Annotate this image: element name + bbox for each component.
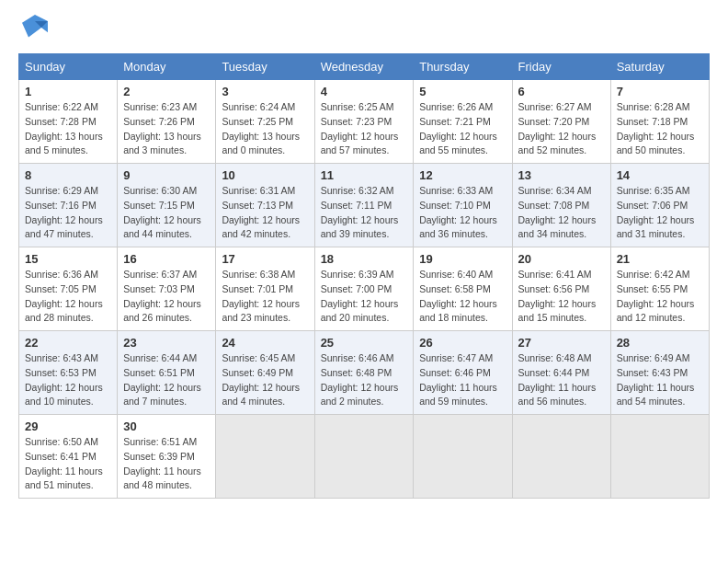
daylight-text: Daylight: 12 hours and 18 minutes. — [419, 297, 506, 327]
day-number: 3 — [222, 85, 308, 98]
day-number: 16 — [123, 252, 210, 266]
day-number: 28 — [617, 336, 703, 350]
calendar-cell: 18Sunrise: 6:39 AMSunset: 7:00 PMDayligh… — [314, 247, 414, 331]
day-detail: Sunrise: 6:41 AMSunset: 6:56 PMDaylight:… — [518, 268, 605, 326]
calendar-week-row: 15Sunrise: 6:36 AMSunset: 7:05 PMDayligh… — [19, 247, 710, 331]
day-number: 23 — [123, 336, 210, 350]
header-day-monday: Monday — [118, 54, 216, 80]
day-detail: Sunrise: 6:32 AMSunset: 7:11 PMDaylight:… — [321, 184, 408, 242]
daylight-text: Daylight: 11 hours and 48 minutes. — [123, 465, 210, 494]
daylight-text: Daylight: 12 hours and 28 minutes. — [25, 297, 111, 327]
calendar-cell: 2Sunrise: 6:23 AMSunset: 7:26 PMDaylight… — [118, 80, 216, 164]
sunrise-text: Sunrise: 6:26 AM — [419, 100, 506, 115]
sunrise-text: Sunrise: 6:34 AM — [518, 184, 605, 199]
logo — [18, 15, 48, 44]
calendar-week-row: 29Sunrise: 6:50 AMSunset: 6:41 PMDayligh… — [19, 415, 710, 499]
day-number: 24 — [222, 336, 308, 350]
daylight-text: Daylight: 12 hours and 12 minutes. — [617, 297, 703, 327]
sunset-text: Sunset: 7:05 PM — [25, 282, 111, 297]
sunset-text: Sunset: 7:08 PM — [518, 199, 605, 213]
calendar-cell: 28Sunrise: 6:49 AMSunset: 6:43 PMDayligh… — [610, 331, 709, 415]
sunset-text: Sunset: 6:46 PM — [419, 366, 506, 381]
day-detail: Sunrise: 6:47 AMSunset: 6:46 PMDaylight:… — [419, 351, 506, 409]
calendar-cell: 14Sunrise: 6:35 AMSunset: 7:06 PMDayligh… — [610, 164, 709, 247]
header-day-tuesday: Tuesday — [216, 54, 314, 80]
sunset-text: Sunset: 7:01 PM — [222, 282, 308, 297]
sunset-text: Sunset: 6:53 PM — [25, 366, 111, 381]
calendar-week-row: 22Sunrise: 6:43 AMSunset: 6:53 PMDayligh… — [19, 331, 710, 415]
day-number: 17 — [222, 252, 308, 266]
sunrise-text: Sunrise: 6:40 AM — [419, 268, 506, 282]
calendar-cell: 21Sunrise: 6:42 AMSunset: 6:55 PMDayligh… — [610, 247, 709, 331]
calendar-cell: 5Sunrise: 6:26 AMSunset: 7:21 PMDaylight… — [414, 80, 512, 164]
day-number: 8 — [25, 168, 111, 182]
day-number: 4 — [321, 85, 408, 98]
daylight-text: Daylight: 12 hours and 47 minutes. — [25, 213, 111, 243]
calendar-week-row: 8Sunrise: 6:29 AMSunset: 7:16 PMDaylight… — [19, 164, 710, 247]
day-detail: Sunrise: 6:51 AMSunset: 6:39 PMDaylight:… — [123, 435, 210, 493]
daylight-text: Daylight: 12 hours and 23 minutes. — [222, 297, 308, 327]
calendar-cell: 30Sunrise: 6:51 AMSunset: 6:39 PMDayligh… — [118, 415, 216, 499]
sunrise-text: Sunrise: 6:49 AM — [617, 351, 703, 366]
sunrise-text: Sunrise: 6:50 AM — [25, 435, 111, 450]
calendar-cell — [414, 415, 512, 499]
daylight-text: Daylight: 12 hours and 55 minutes. — [419, 130, 506, 159]
sunrise-text: Sunrise: 6:45 AM — [222, 351, 308, 366]
sunrise-text: Sunrise: 6:25 AM — [321, 100, 408, 115]
day-number: 12 — [419, 168, 506, 182]
daylight-text: Daylight: 11 hours and 59 minutes. — [419, 381, 506, 410]
sunrise-text: Sunrise: 6:27 AM — [518, 100, 605, 115]
daylight-text: Daylight: 12 hours and 50 minutes. — [617, 130, 703, 159]
daylight-text: Daylight: 12 hours and 52 minutes. — [518, 130, 605, 159]
day-detail: Sunrise: 6:43 AMSunset: 6:53 PMDaylight:… — [25, 351, 111, 409]
calendar-table: SundayMondayTuesdayWednesdayThursdayFrid… — [18, 53, 710, 499]
sunset-text: Sunset: 6:49 PM — [222, 366, 308, 381]
calendar-cell: 22Sunrise: 6:43 AMSunset: 6:53 PMDayligh… — [19, 331, 118, 415]
day-number: 13 — [518, 168, 605, 182]
sunset-text: Sunset: 7:16 PM — [25, 199, 111, 213]
sunset-text: Sunset: 7:10 PM — [419, 199, 506, 213]
sunrise-text: Sunrise: 6:31 AM — [222, 184, 308, 199]
sunrise-text: Sunrise: 6:29 AM — [25, 184, 111, 199]
sunrise-text: Sunrise: 6:38 AM — [222, 268, 308, 282]
calendar-cell: 27Sunrise: 6:48 AMSunset: 6:44 PMDayligh… — [512, 331, 610, 415]
day-number: 10 — [222, 168, 308, 182]
sunset-text: Sunset: 7:26 PM — [123, 115, 210, 130]
daylight-text: Daylight: 13 hours and 3 minutes. — [123, 130, 210, 159]
sunrise-text: Sunrise: 6:48 AM — [518, 351, 605, 366]
sunrise-text: Sunrise: 6:30 AM — [123, 184, 210, 199]
logo-icon — [22, 15, 48, 44]
day-detail: Sunrise: 6:27 AMSunset: 7:20 PMDaylight:… — [518, 100, 605, 158]
daylight-text: Daylight: 12 hours and 31 minutes. — [617, 213, 703, 243]
calendar-cell: 12Sunrise: 6:33 AMSunset: 7:10 PMDayligh… — [414, 164, 512, 247]
sunrise-text: Sunrise: 6:47 AM — [419, 351, 506, 366]
day-detail: Sunrise: 6:44 AMSunset: 6:51 PMDaylight:… — [123, 351, 210, 409]
sunrise-text: Sunrise: 6:39 AM — [321, 268, 408, 282]
day-detail: Sunrise: 6:34 AMSunset: 7:08 PMDaylight:… — [518, 184, 605, 242]
daylight-text: Daylight: 12 hours and 4 minutes. — [222, 381, 308, 410]
day-number: 15 — [25, 252, 111, 266]
daylight-text: Daylight: 12 hours and 20 minutes. — [321, 297, 408, 327]
sunrise-text: Sunrise: 6:51 AM — [123, 435, 210, 450]
sunrise-text: Sunrise: 6:23 AM — [123, 100, 210, 115]
calendar-cell: 24Sunrise: 6:45 AMSunset: 6:49 PMDayligh… — [216, 331, 314, 415]
day-number: 20 — [518, 252, 605, 266]
sunset-text: Sunset: 7:21 PM — [419, 115, 506, 130]
sunset-text: Sunset: 6:48 PM — [321, 366, 408, 381]
sunset-text: Sunset: 6:56 PM — [518, 282, 605, 297]
calendar-cell: 6Sunrise: 6:27 AMSunset: 7:20 PMDaylight… — [512, 80, 610, 164]
day-number: 21 — [617, 252, 703, 266]
sunset-text: Sunset: 7:11 PM — [321, 199, 408, 213]
calendar-cell: 8Sunrise: 6:29 AMSunset: 7:16 PMDaylight… — [19, 164, 118, 247]
daylight-text: Daylight: 12 hours and 15 minutes. — [518, 297, 605, 327]
svg-marker-0 — [22, 15, 48, 38]
sunrise-text: Sunrise: 6:41 AM — [518, 268, 605, 282]
calendar-cell: 16Sunrise: 6:37 AMSunset: 7:03 PMDayligh… — [118, 247, 216, 331]
daylight-text: Daylight: 13 hours and 5 minutes. — [25, 130, 111, 159]
sunrise-text: Sunrise: 6:35 AM — [617, 184, 703, 199]
sunset-text: Sunset: 6:55 PM — [617, 282, 703, 297]
calendar-cell: 10Sunrise: 6:31 AMSunset: 7:13 PMDayligh… — [216, 164, 314, 247]
day-detail: Sunrise: 6:35 AMSunset: 7:06 PMDaylight:… — [617, 184, 703, 242]
sunrise-text: Sunrise: 6:36 AM — [25, 268, 111, 282]
sunrise-text: Sunrise: 6:32 AM — [321, 184, 408, 199]
